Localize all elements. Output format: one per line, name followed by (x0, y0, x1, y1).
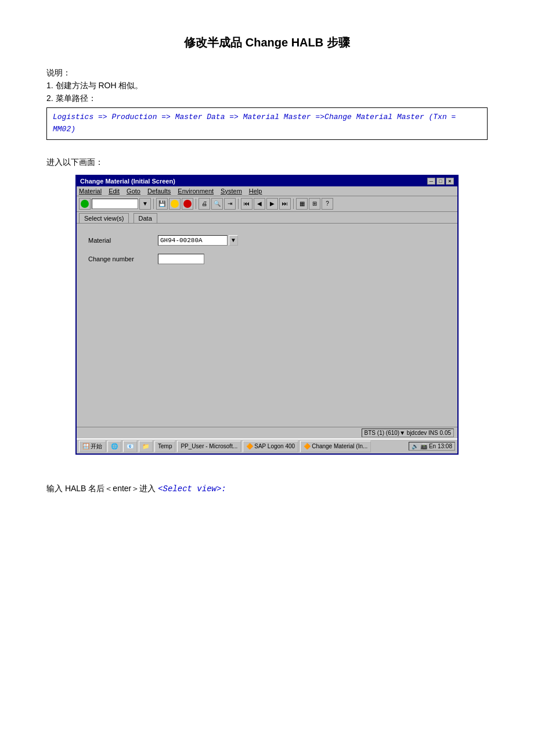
save-button[interactable]: 💾 (156, 198, 168, 210)
browser-icon: 🌐 (111, 443, 118, 449)
tray-icons: 🔊 📠 En (412, 443, 436, 449)
yellow-icon (171, 200, 179, 208)
sap-title-controls: ─ □ × (427, 178, 454, 185)
menu-environment[interactable]: Environment (178, 188, 214, 195)
toolbar-help-button[interactable]: ? (322, 198, 333, 210)
start-button[interactable]: 🪟 开始 (79, 441, 106, 452)
toolbar-yellow-button[interactable] (169, 198, 181, 210)
material-row: Material ▼ (88, 235, 446, 246)
start-label: 开始 (91, 442, 102, 451)
minimize-button[interactable]: ─ (427, 178, 435, 185)
toolbar-find-next-button[interactable]: ⇥ (224, 198, 236, 210)
material-input[interactable] (158, 235, 228, 246)
material-search-button[interactable]: ▼ (229, 235, 238, 246)
taskbar-temp-label: Temp (158, 443, 172, 449)
taskbar-saplogon-label: SAP Logon 400 (254, 443, 295, 449)
toolbar-separator-4 (293, 199, 294, 209)
bottom-section: 输入 HALB 名后＜enter＞进入 <Select view>: (46, 484, 488, 494)
toolbar-next-button[interactable]: ▶ (266, 198, 278, 210)
toolbar-grid-button[interactable]: ▦ (296, 198, 308, 210)
change-number-label: Change number (88, 255, 158, 262)
sap-logon-icon: 🔶 (246, 443, 253, 449)
restore-button[interactable]: □ (436, 178, 445, 185)
material-label: Material (88, 237, 158, 244)
close-button[interactable]: × (446, 178, 454, 185)
taskbar-sap-logon[interactable]: 🔶 SAP Logon 400 (243, 441, 298, 452)
toolbar-red-button[interactable] (182, 198, 193, 210)
menu-path-box: Logistics => Production => Master Data =… (46, 107, 488, 140)
change-number-field-group (158, 254, 204, 264)
enter-screen-text: 进入以下画面： (46, 157, 488, 168)
sap-taskbar: 🪟 开始 🌐 📧 📁 Temp PP_User - Microsoft... (77, 438, 457, 453)
red-icon (183, 200, 192, 208)
sap-status-bar: BTS (1) (610)▼ bjdcdev INS 0.05 (77, 427, 457, 438)
bottom-text-italic: <Select view>: (158, 484, 226, 494)
menu-system[interactable]: System (221, 188, 242, 195)
change-material-icon: 🔶 (304, 443, 311, 449)
description-label: 说明： (46, 68, 488, 78)
sap-menu-items: Material Edit Goto Defaults Environment … (79, 188, 455, 195)
folder-icon: 📁 (142, 443, 149, 449)
sap-tab-bar: Select view(s) Data (77, 212, 457, 224)
enter-icon (81, 200, 89, 208)
start-icon: 🪟 (82, 443, 89, 449)
sap-content: Material ▼ Change number (77, 224, 457, 427)
toolbar-table-button[interactable]: ⊞ (309, 198, 320, 210)
taskbar-icon-1[interactable]: 🌐 (107, 441, 121, 452)
sap-window: Change Material (Initial Screen) ─ □ × M… (75, 175, 459, 455)
page-title: 修改半成品 Change HALB 步骤 (46, 35, 488, 51)
taskbar-change-material[interactable]: 🔶 Change Material (In... (300, 441, 371, 452)
toolbar-separator-2 (196, 199, 196, 209)
sap-title-bar: Change Material (Initial Screen) ─ □ × (77, 176, 457, 186)
taskbar-ppuser[interactable]: PP_User - Microsoft... (177, 441, 241, 452)
toolbar-enter-button[interactable] (79, 198, 91, 210)
tab-data[interactable]: Data (134, 213, 157, 223)
taskbar-temp[interactable]: Temp (154, 441, 175, 452)
instruction-1: 1. 创建方法与 ROH 相似。 (46, 81, 488, 91)
instruction-2: 2. 菜单路径： (46, 93, 488, 104)
description-section: 说明： 1. 创建方法与 ROH 相似。 2. 菜单路径： Logistics … (46, 68, 488, 140)
tab-select-views[interactable]: Select view(s) (79, 213, 129, 223)
taskbar-icon-3[interactable]: 📁 (139, 441, 153, 452)
status-system: BTS (1) (610)▼ bjdcdev INS 0.05 (362, 429, 454, 437)
menu-material[interactable]: Material (79, 188, 102, 195)
menu-goto[interactable]: Goto (127, 188, 140, 195)
taskbar-changematerial-label: Change Material (In... (312, 443, 367, 449)
toolbar-separator-1 (153, 199, 154, 209)
menu-help[interactable]: Help (249, 188, 262, 195)
command-dropdown[interactable]: ▼ (139, 198, 151, 210)
change-number-input[interactable] (158, 254, 204, 264)
toolbar-separator-3 (238, 199, 239, 209)
command-input[interactable] (92, 199, 138, 209)
taskbar-icon-2[interactable]: 📧 (123, 441, 137, 452)
menu-defaults[interactable]: Defaults (147, 188, 171, 195)
change-number-row: Change number (88, 254, 446, 264)
menu-edit[interactable]: Edit (109, 188, 120, 195)
sap-menu-bar: Material Edit Goto Defaults Environment … (77, 186, 457, 196)
toolbar-first-button[interactable]: ⏮ (241, 198, 252, 210)
taskbar-time: 🔊 📠 En 13:08 (409, 442, 455, 451)
toolbar-prev-button[interactable]: ◀ (254, 198, 265, 210)
sap-window-title: Change Material (Initial Screen) (80, 178, 175, 185)
page-container: 修改半成品 Change HALB 步骤 说明： 1. 创建方法与 ROH 相似… (0, 0, 534, 529)
toolbar-print-button[interactable]: 🖨 (199, 198, 210, 210)
menu-path-text: Logistics => Production => Master Data =… (53, 113, 456, 134)
toolbar-find-button[interactable]: 🔍 (211, 198, 223, 210)
bottom-text-main: 输入 HALB 名后＜enter＞进入 (46, 484, 156, 493)
toolbar-last-button[interactable]: ⏭ (279, 198, 291, 210)
material-field-group: ▼ (158, 235, 238, 246)
taskbar-ppuser-label: PP_User - Microsoft... (181, 443, 237, 449)
email-icon: 📧 (127, 443, 134, 449)
clock: 13:08 (438, 443, 452, 449)
sap-toolbar: ▼ 💾 🖨 🔍 ⇥ ⏮ ◀ ▶ ⏭ ▦ ⊞ ? (77, 196, 457, 212)
